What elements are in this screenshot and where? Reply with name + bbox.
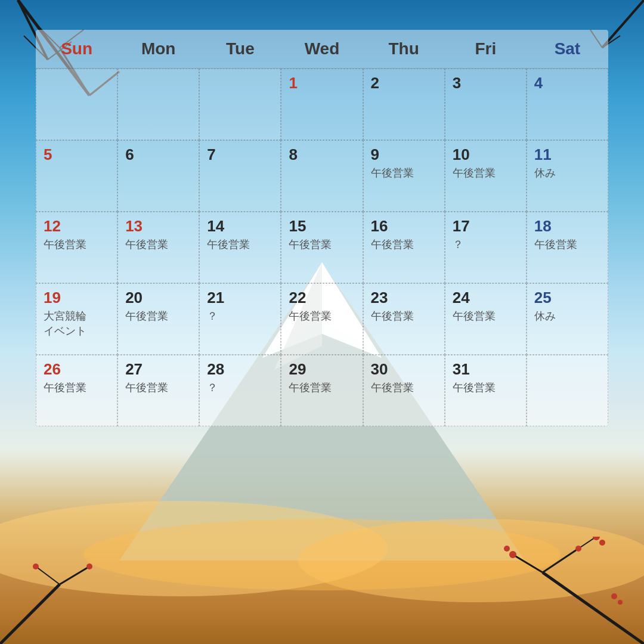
cell-date: 21	[207, 290, 224, 305]
calendar-cell: 6	[117, 140, 199, 212]
cell-note: 午後営業	[125, 309, 168, 324]
cell-date: 25	[534, 290, 552, 305]
calendar-cell: 23午後営業	[363, 283, 445, 355]
cell-date: 28	[207, 361, 224, 377]
cell-note: 休み	[534, 166, 556, 181]
cell-date: 20	[125, 290, 143, 305]
cell-date: 1	[289, 75, 297, 91]
calendar-cell: 14午後営業	[199, 212, 281, 283]
calendar-cell	[36, 69, 117, 140]
day-header-mon: Mon	[117, 30, 199, 68]
day-header-fri: Fri	[445, 30, 527, 68]
cell-date: 7	[207, 147, 215, 162]
cell-date: 11	[534, 147, 552, 162]
calendar-cell: 21？	[199, 283, 281, 355]
cell-note: 午後営業	[371, 237, 414, 252]
cell-note: 午後営業	[371, 309, 414, 324]
calendar-cell: 17？	[445, 212, 527, 283]
cell-date: 27	[125, 361, 143, 377]
calendar-cell: 18午後営業	[527, 212, 608, 283]
cell-note: 午後営業	[207, 237, 250, 252]
cell-note: 午後営業	[289, 237, 332, 252]
calendar-cell: 27午後営業	[117, 355, 199, 426]
calendar-cell: 13午後営業	[117, 212, 199, 283]
calendar-cell: 1	[281, 69, 363, 140]
cell-date: 24	[453, 290, 470, 305]
calendar-cell: 11休み	[527, 140, 608, 212]
cell-note: 午後営業	[453, 380, 496, 395]
calendar-cell: 19大宮競輪 イベント	[36, 283, 117, 355]
calendar-cell: 25休み	[527, 283, 608, 355]
cell-note: 午後営業	[125, 380, 168, 395]
calendar-container: SunMonTueWedThuFriSat 123456789午後営業10午後営…	[36, 30, 608, 426]
cell-note: 午後営業	[534, 237, 577, 252]
calendar-cell: 28？	[199, 355, 281, 426]
calendar-cell: 12午後営業	[36, 212, 117, 283]
cell-date: 19	[44, 290, 61, 305]
calendar-cell: 31午後営業	[445, 355, 527, 426]
cell-date: 3	[453, 75, 461, 91]
cell-date: 10	[453, 147, 470, 162]
cell-note: ？	[207, 309, 218, 324]
calendar-cell: 8	[281, 140, 363, 212]
calendar-cell: 10午後営業	[445, 140, 527, 212]
day-header-thu: Thu	[363, 30, 445, 68]
calendar-body: 123456789午後営業10午後営業11休み12午後営業13午後営業14午後営…	[36, 69, 608, 426]
day-header-wed: Wed	[281, 30, 363, 68]
cell-note: 午後営業	[453, 166, 496, 181]
cell-date: 17	[453, 218, 470, 234]
calendar-cell: 29午後営業	[281, 355, 363, 426]
day-header-sun: Sun	[36, 30, 117, 68]
calendar-cell: 4	[527, 69, 608, 140]
cell-note: 午後営業	[371, 166, 414, 181]
calendar-cell: 2	[363, 69, 445, 140]
calendar-cell: 7	[199, 140, 281, 212]
calendar-cell: 5	[36, 140, 117, 212]
calendar-cell	[527, 355, 608, 426]
cell-note: ？	[207, 380, 218, 395]
cell-date: 29	[289, 361, 306, 377]
cell-note: 午後営業	[44, 237, 86, 252]
cell-date: 5	[44, 147, 52, 162]
calendar-cell: 16午後営業	[363, 212, 445, 283]
cell-date: 23	[371, 290, 388, 305]
cell-date: 18	[534, 218, 552, 234]
cell-note: 午後営業	[453, 309, 496, 324]
cell-date: 30	[371, 361, 388, 377]
cell-note: 午後営業	[289, 309, 332, 324]
cell-date: 4	[534, 75, 543, 91]
content-wrapper: SunMonTueWedThuFriSat 123456789午後営業10午後営…	[0, 0, 644, 644]
cell-date: 31	[453, 361, 470, 377]
cell-date: 9	[371, 147, 379, 162]
cell-note: 午後営業	[44, 380, 86, 395]
calendar-cell	[199, 69, 281, 140]
day-header-sat: Sat	[527, 30, 608, 68]
calendar-cell: 15午後営業	[281, 212, 363, 283]
calendar-cell: 26午後営業	[36, 355, 117, 426]
cell-date: 2	[371, 75, 379, 91]
cell-date: 15	[289, 218, 306, 234]
calendar-day-headers: SunMonTueWedThuFriSat	[36, 30, 608, 69]
cell-note: ？	[453, 237, 463, 252]
calendar-cell: 9午後営業	[363, 140, 445, 212]
cell-date: 26	[44, 361, 61, 377]
calendar-cell: 30午後営業	[363, 355, 445, 426]
cell-note: 午後営業	[289, 380, 332, 395]
calendar-cell: 22午後営業	[281, 283, 363, 355]
cell-note: 午後営業	[371, 380, 414, 395]
cell-date: 8	[289, 147, 297, 162]
calendar-cell: 3	[445, 69, 527, 140]
calendar-cell: 20午後営業	[117, 283, 199, 355]
cell-note: 午後営業	[125, 237, 168, 252]
calendar-cell: 24午後営業	[445, 283, 527, 355]
day-header-tue: Tue	[199, 30, 281, 68]
calendar-cell	[117, 69, 199, 140]
cell-date: 6	[125, 147, 134, 162]
cell-date: 16	[371, 218, 388, 234]
cell-note: 休み	[534, 309, 556, 324]
cell-date: 22	[289, 290, 306, 305]
cell-date: 14	[207, 218, 224, 234]
cell-date: 12	[44, 218, 61, 234]
cell-note: 大宮競輪 イベント	[44, 309, 86, 339]
cell-date: 13	[125, 218, 143, 234]
